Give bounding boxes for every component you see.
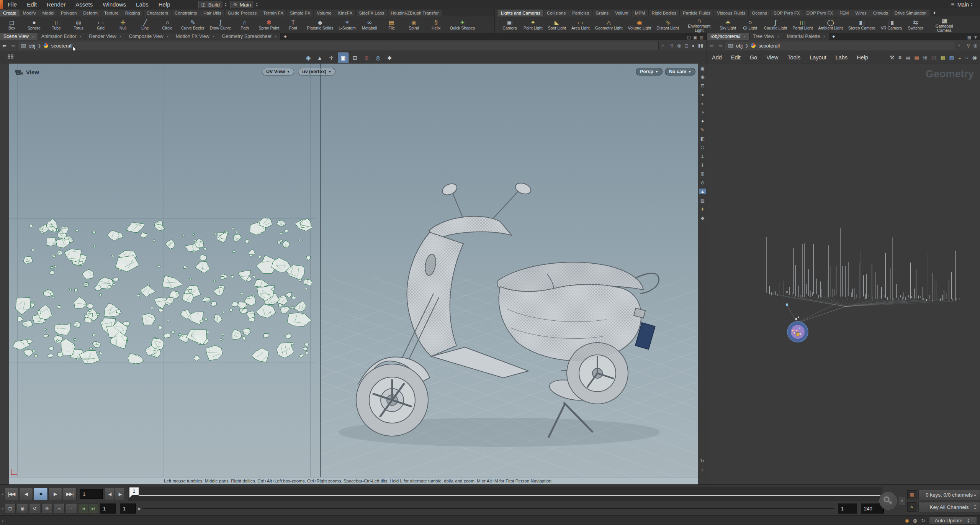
select-tool-icon[interactable]: ▲ [315, 53, 325, 63]
pane-tab[interactable]: Motion FX View × [172, 33, 218, 40]
breadcrumb-obj[interactable]: obj [29, 43, 35, 49]
shelf-tab[interactable]: Characters [144, 10, 172, 16]
uv-attribute-pill[interactable]: uv (vertex)▼ [298, 68, 335, 75]
menubar-item[interactable]: Windows [98, 0, 131, 9]
network-menu-item[interactable]: Go [745, 54, 762, 61]
tool-drawer-icon[interactable] [8, 54, 14, 61]
sticky-note-icon[interactable]: ▩ [940, 54, 945, 61]
gamepad-camera-tool[interactable]: ▩ Gamepad Camera [927, 17, 962, 32]
visibility-icon[interactable]: ◉ [972, 54, 977, 61]
axis-icon[interactable]: ✛ [699, 162, 706, 168]
pin-icon[interactable]: ⚲ [967, 43, 970, 48]
current-frame-field[interactable]: 1 [80, 489, 103, 499]
parameter-list-icon[interactable]: ▤ [905, 54, 910, 61]
topright-main-menu[interactable]: Main [957, 2, 969, 8]
close-tab-icon[interactable]: × [166, 34, 169, 39]
jump-start-button[interactable]: |◀◀ [5, 488, 18, 500]
distant-light-tool[interactable]: ⇘ Distant Light [654, 19, 681, 30]
circle-tool[interactable]: ○ Circle [156, 19, 178, 30]
shelf-tab[interactable]: Drive Simulation [892, 10, 930, 16]
normals-icon[interactable]: ⊥ [699, 153, 706, 159]
playbar-options-icon[interactable]: ◻ [5, 503, 16, 514]
back-arrow-icon[interactable]: ⬅ [707, 43, 716, 49]
pane-split-icon[interactable]: ◰ [687, 35, 691, 40]
main-menu-selector[interactable]: ⊕ Main [230, 1, 254, 9]
view-tool-icon[interactable]: ◉ [303, 53, 313, 63]
columns-icon[interactable]: ▮▮ [698, 43, 703, 48]
shelf-tab[interactable]: SOP Pyro FX [771, 10, 803, 16]
breadcrumb-scooterall[interactable]: scooterall [758, 43, 780, 49]
shelf-tab[interactable]: Simple FX [287, 10, 314, 16]
pane-tab[interactable]: Composite View × [125, 33, 172, 40]
snapshot-camera-icon[interactable]: ▣ [699, 65, 706, 71]
desktop-selector[interactable]: ◫ Build [198, 1, 223, 9]
shelf-tab[interactable]: MPM [632, 10, 649, 16]
next-key-button[interactable]: ▶| [88, 503, 98, 514]
menubar-item[interactable]: Edit [22, 0, 42, 9]
stow-handle[interactable]: ◂ [0, 492, 5, 496]
shelf-tab[interactable]: DOP Pyro FX [803, 10, 836, 16]
memory-icon[interactable]: ◍ [913, 518, 917, 523]
global-range-start-field[interactable]: 1 [100, 504, 116, 514]
font-tool[interactable]: T Font [282, 19, 304, 30]
spot-light-tool[interactable]: ◣ Spot Light [545, 19, 569, 30]
shelf-tab[interactable]: Crowds [870, 10, 892, 16]
line-tool[interactable]: ╱ Line [134, 19, 156, 30]
prev-key-button[interactable]: |◀ [78, 503, 88, 514]
camera-tool[interactable]: ▣ Camera [499, 19, 521, 30]
shelf-tab[interactable]: Create [0, 10, 20, 16]
pane-tab[interactable]: Render View × [85, 33, 125, 40]
brush-icon[interactable]: ✎ [699, 127, 706, 133]
ghost-objects-icon[interactable]: ◐ [699, 100, 706, 106]
shelf-divider[interactable] [494, 9, 497, 33]
new-pane-tab-button[interactable]: + [281, 34, 290, 40]
shading-sphere-icon[interactable]: ● [699, 118, 706, 124]
playhead-flag[interactable]: 1 [129, 487, 139, 495]
grid-tool[interactable]: ▭ Grid [90, 19, 112, 30]
switcher-tool[interactable]: ⇆ Switcher [905, 19, 927, 30]
helix-tool[interactable]: § Helix [425, 19, 447, 30]
shelf-tab[interactable]: Vellum [612, 10, 632, 16]
close-tab-icon[interactable]: × [213, 34, 215, 39]
stow-handle[interactable]: ◂ [0, 519, 5, 523]
network-menu-item[interactable]: Edit [726, 54, 745, 61]
show-handles-icon[interactable]: ▣ [338, 52, 348, 63]
menubar-item[interactable]: File [3, 0, 22, 9]
geometry-light-tool[interactable]: △ Geometry Light [592, 19, 625, 30]
network-menu-item[interactable]: Layout [805, 54, 831, 61]
audio-options-icon[interactable]: ◉ [17, 503, 28, 514]
recook-icon[interactable]: ↻ [921, 518, 925, 523]
forward-arrow-icon[interactable]: ➡ [716, 43, 725, 49]
range-end-field[interactable]: 1 [838, 504, 857, 514]
shelf-tab[interactable]: SideFX Labs [356, 10, 388, 16]
set-key-button[interactable] [879, 492, 897, 510]
scene-viewport[interactable]: View UV View▼ uv (vertex)▼ Persp▼ No cam… [9, 64, 698, 484]
gi-light-tool[interactable]: ○ GI Light [739, 19, 761, 30]
pane-tab[interactable]: Animation Editor × [38, 33, 86, 40]
info-icon[interactable]: i [702, 467, 703, 472]
handles-tool-icon[interactable]: ✛ [326, 53, 336, 63]
portal-light-tool[interactable]: ◫ Portal Light [790, 19, 815, 30]
shelf-tab[interactable]: Guide Process [225, 10, 260, 16]
caustic-light-tool[interactable]: ∫ Caustic Light [761, 19, 790, 30]
path-tool[interactable]: ∩ Path [234, 19, 256, 30]
sky-light-tool[interactable]: ☀ Sky Light [717, 19, 739, 30]
spray-paint-tool[interactable]: ✱ Spray Paint [256, 19, 282, 30]
link-cube-icon[interactable]: ◻ [685, 43, 689, 48]
display-options-icon[interactable]: ✱ [384, 53, 394, 63]
pane-tab[interactable]: Tree View × [749, 33, 783, 40]
shelf-tab[interactable]: Texture [101, 10, 122, 16]
tube-tool[interactable]: ▯ Tube [45, 19, 67, 30]
keys-status-button[interactable]: 0 keys, 0/0 channels▲ [918, 490, 980, 500]
quick-shapes-tool[interactable]: ✦ Quick Shapes [447, 19, 478, 30]
stow-handle[interactable]: ◂ [0, 507, 5, 510]
l-system-tool[interactable]: ✶ L-System [336, 19, 358, 30]
null-tool[interactable]: ✛ Null [112, 19, 134, 30]
close-tab-icon[interactable]: × [275, 34, 277, 39]
step-back-button[interactable]: ◀| [105, 488, 115, 500]
close-tab-icon[interactable]: × [777, 34, 780, 39]
vr-camera-tool[interactable]: ◨ VR Camera [878, 19, 905, 30]
shelf-tab[interactable]: Model [39, 10, 57, 16]
network-menu-item[interactable]: Add [707, 54, 726, 61]
sphere-tool[interactable]: ● Sphere [23, 19, 45, 30]
